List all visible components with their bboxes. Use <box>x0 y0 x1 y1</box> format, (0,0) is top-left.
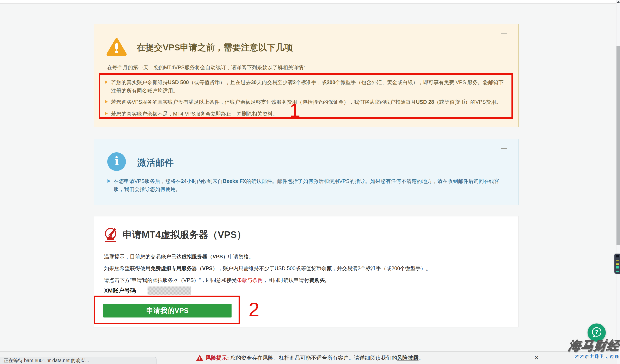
annotation-box-1: 若您的真实账户余额维持USD 500（或等值货币），且在过去30天内交易至少满2… <box>99 73 513 119</box>
apply-paragraph-1: 温馨提示，目前您的交易账户已达虚拟服务器（VPS）申请资格。 <box>104 253 254 260</box>
apply-panel-title: 申请MT4虚拟服务器（VPS） <box>123 228 246 241</box>
svg-text:?: ? <box>595 329 598 335</box>
warning-intro-text: 在每个月的第一天，您的MT4VPS服务将会自动续订，请详阅下列条款以了解相关详情… <box>107 64 305 71</box>
warning-bullet-3-text: 若您的真实账户余额不足，MT4 VPS服务会立即终止，并删除相关资料。 <box>111 109 278 118</box>
bullet-caret-icon <box>105 100 108 104</box>
scrollbar-thumb[interactable] <box>617 46 620 245</box>
risk-warning-text: 风险提示: 您的资金存在风险。杠杆商品可能不适合所有客户。请详细阅读我们的风险披… <box>206 354 424 362</box>
top-white-strip <box>0 0 620 3</box>
xm-account-label: XM账户号码 <box>104 287 136 295</box>
meter-teal-zone <box>616 265 619 272</box>
redacted-account-number <box>148 287 191 295</box>
apply-vps-panel: 申请MT4虚拟服务器（VPS） 温馨提示，目前您的交易账户已达虚拟服务器（VPS… <box>94 216 518 327</box>
activation-bullet: 在您申请VPS服务后，您将在24小时内收到来自Beeks FX的确认邮件。邮件包… <box>108 177 509 193</box>
warning-panel-title: 在提交VPS申请之前，需要注意以下几项 <box>137 42 293 53</box>
annotation-digit-1: 1 <box>289 100 300 120</box>
bullet-caret-icon <box>108 179 110 183</box>
collapse-minus-icon[interactable] <box>501 148 507 149</box>
terms-link[interactable]: 条款与条例 <box>237 277 263 283</box>
annotation-box-2: 申请我的VPS <box>94 296 240 324</box>
close-icon[interactable]: ✕ <box>534 354 539 361</box>
apply-paragraph-2: 如果您希望获得使用免费虚拟专用服务器（VPS），账户内只需维持不少于USD 50… <box>104 265 431 272</box>
watermark-brand: 海马财经 <box>568 339 620 352</box>
led-meter-widget <box>614 254 620 274</box>
meter-dark-zone <box>616 255 619 260</box>
activation-panel-title: 激活邮件 <box>137 157 174 169</box>
info-icon: i <box>107 152 126 171</box>
browser-status-text: 正在等待 bam.eu01.nr-data.net 的响应... <box>0 357 156 364</box>
warning-bullet-2-text: 若您购买VPS服务的真实账户没有满足以上条件，但账户余额足够支付该服务费用（包括… <box>111 98 501 106</box>
warning-bullet-2: 若您购买VPS服务的真实账户没有满足以上条件，但账户余额足够支付该服务费用（包括… <box>105 98 507 106</box>
watermark: 海马财经 zzrt01.cn <box>568 339 620 360</box>
warning-bullet-1: 若您的真实账户余额维持USD 500（或等值货币），且在过去30天内交易至少满2… <box>105 78 507 95</box>
activation-bullet-text: 在您申请VPS服务后，您将在24小时内收到来自Beeks FX的确认邮件。邮件包… <box>114 177 509 193</box>
risk-warning-icon <box>196 355 203 361</box>
watermark-url: zzrt01.cn <box>568 353 620 360</box>
warning-panel: 在提交VPS申请之前，需要注意以下几项 在每个月的第一天，您的MT4VPS服务将… <box>94 24 518 127</box>
warning-bullet-1-text: 若您的真实账户余额维持USD 500（或等值货币），且在过去30天内交易至少满2… <box>111 78 507 95</box>
stamp-icon <box>104 227 117 242</box>
bullet-caret-icon <box>105 112 108 115</box>
vertical-scrollbar[interactable] <box>616 0 620 364</box>
warning-bullet-3: 若您的真实账户余额不足，MT4 VPS服务会立即终止，并删除相关资料。 <box>105 109 507 118</box>
bullet-caret-icon <box>105 80 108 84</box>
risk-disclosure-link[interactable]: 风险披露 <box>397 355 418 361</box>
meter-yellow-zone <box>616 260 619 265</box>
annotation-digit-2: 2 <box>248 300 260 319</box>
collapse-minus-icon[interactable] <box>501 33 507 34</box>
apply-vps-button[interactable]: 申请我的VPS <box>103 304 232 318</box>
warning-triangle-icon <box>106 38 127 56</box>
apply-paragraph-3: 请点击下方"申请我的虚拟服务器（VPS）"，即同意和接受条款与条例，且同时确认申… <box>104 277 330 284</box>
vps-application-page: 在提交VPS申请之前，需要注意以下几项 在每个月的第一天，您的MT4VPS服务将… <box>0 0 620 364</box>
scroll-up-icon[interactable] <box>617 1 620 3</box>
activation-email-panel: i 激活邮件 在您申请VPS服务后，您将在24小时内收到来自Beeks FX的确… <box>94 139 518 205</box>
